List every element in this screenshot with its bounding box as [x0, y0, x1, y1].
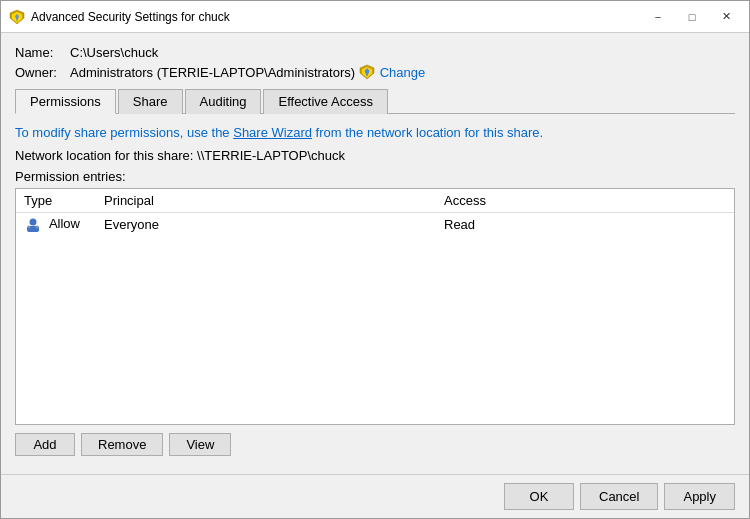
permissions-table-wrapper: Type Principal Access — [15, 188, 735, 425]
tab-share[interactable]: Share — [118, 89, 183, 114]
tab-bar: Permissions Share Auditing Effective Acc… — [15, 88, 735, 114]
tab-auditing[interactable]: Auditing — [185, 89, 262, 114]
close-button[interactable]: ✕ — [711, 7, 741, 27]
name-value: C:\Users\chuck — [70, 45, 158, 60]
name-label: Name: — [15, 45, 70, 60]
cancel-button[interactable]: Cancel — [580, 483, 658, 510]
svg-point-8 — [28, 225, 31, 228]
window-icon — [9, 9, 25, 25]
minimize-button[interactable]: − — [643, 7, 673, 27]
svg-point-9 — [36, 225, 39, 228]
apply-button[interactable]: Apply — [664, 483, 735, 510]
tab-permissions[interactable]: Permissions — [15, 89, 116, 114]
owner-value: Administrators (TERRIE-LAPTOP\Administra… — [70, 65, 355, 80]
col-header-access: Access — [436, 189, 734, 213]
cell-access: Read — [436, 213, 734, 236]
window-title: Advanced Security Settings for chuck — [31, 10, 643, 24]
table-action-buttons: Add Remove View — [15, 433, 735, 456]
window-controls: − □ ✕ — [643, 7, 741, 27]
permissions-table: Type Principal Access — [16, 189, 734, 236]
maximize-button[interactable]: □ — [677, 7, 707, 27]
svg-point-6 — [30, 218, 37, 225]
network-location-row: Network location for this share: \\TERRI… — [15, 148, 735, 163]
share-wizard-link[interactable]: Share Wizard — [233, 125, 312, 140]
col-header-principal: Principal — [96, 189, 436, 213]
user-icon — [24, 217, 42, 233]
col-header-type: Type — [16, 189, 96, 213]
notice-part2: from the network location for this share… — [312, 125, 543, 140]
cell-type-value: Allow — [49, 216, 80, 231]
cell-type: Allow — [16, 213, 96, 236]
network-path: \\TERRIE-LAPTOP\chuck — [197, 148, 345, 163]
remove-button[interactable]: Remove — [81, 433, 163, 456]
add-button[interactable]: Add — [15, 433, 75, 456]
permission-entries-label: Permission entries: — [15, 169, 735, 184]
name-row: Name: C:\Users\chuck — [15, 45, 735, 60]
tab-effective-access[interactable]: Effective Access — [263, 89, 387, 114]
change-label: Change — [380, 65, 426, 80]
ok-button[interactable]: OK — [504, 483, 574, 510]
main-window: Advanced Security Settings for chuck − □… — [0, 0, 750, 519]
title-bar: Advanced Security Settings for chuck − □… — [1, 1, 749, 33]
owner-row: Owner: Administrators (TERRIE-LAPTOP\Adm… — [15, 64, 735, 80]
view-button[interactable]: View — [169, 433, 231, 456]
table-row[interactable]: Allow Everyone Read — [16, 213, 734, 236]
table-header-row: Type Principal Access — [16, 189, 734, 213]
change-link[interactable]: Change — [359, 64, 426, 80]
main-content: Name: C:\Users\chuck Owner: Administrato… — [1, 33, 749, 474]
notice-part1: To modify share permissions, use the — [15, 125, 233, 140]
network-label: Network location for this share: — [15, 148, 193, 163]
footer: OK Cancel Apply — [1, 474, 749, 518]
notice-text: To modify share permissions, use the Sha… — [15, 124, 735, 142]
cell-principal: Everyone — [96, 213, 436, 236]
owner-label: Owner: — [15, 65, 70, 80]
